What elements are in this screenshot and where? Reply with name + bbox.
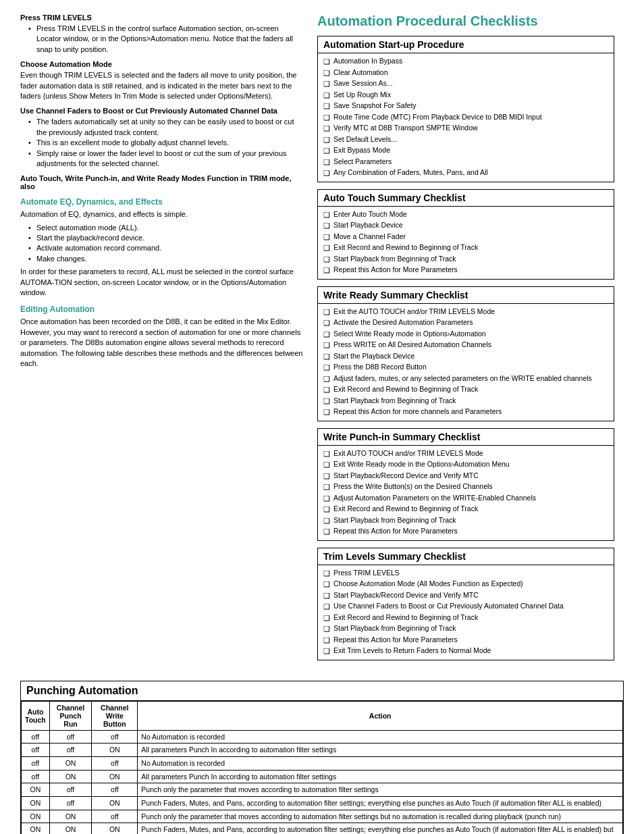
checklist-item: Repeat this Action for More Parameters [323, 526, 608, 538]
table-row: ONoffoffPunch only the parameter that mo… [22, 783, 623, 797]
table-cell-writeButton: ON [92, 823, 138, 834]
table-row: ONoffONPunch Faders, Mutes, and Pans, ac… [22, 796, 623, 810]
channel-bullet-list: The faders automatically set at unity so… [20, 117, 304, 169]
table-cell-autoTouch: ON [22, 783, 50, 797]
checklist-item: Choose Automation Mode (All Modes Functi… [323, 579, 608, 590]
trim-bullet-list: Press TRIM LEVELS in the control surface… [20, 24, 304, 55]
checklist-title-trimLevels: Trim Levels Summary Checklist [318, 548, 614, 565]
punching-table: AutoTouch ChannelPunch Run ChannelWrite … [21, 701, 623, 835]
checklist-item: Exit Write Ready mode in the Options›Aut… [323, 459, 608, 471]
list-item: The faders automatically set at unity so… [28, 117, 304, 138]
checklist-title-writeReady: Write Ready Summary Checklist [318, 287, 614, 304]
checklist-item: Verify MTC at D8B Transport SMPTE Window [323, 123, 608, 134]
checklist-item: Save Session As... [323, 78, 608, 90]
checklist-item: Repeat this Action for More Parameters [323, 635, 608, 646]
table-cell-punchRun: ON [49, 823, 92, 834]
checklist-item: Select Parameters [323, 157, 608, 168]
checklist-box-startup: Automation Start-up ProcedureAutomation … [317, 36, 614, 182]
checklist-items-writePunch: Exit AUTO TOUCH and/or TRIM LEVELS ModeE… [318, 446, 614, 540]
checklist-item: Select Write Ready mode in Options›Autom… [323, 329, 608, 340]
table-row: offONONAll parameters Punch In according… [22, 770, 623, 783]
table-cell-punchRun: off [49, 730, 92, 744]
table-cell-writeButton: off [92, 783, 138, 797]
table-cell-autoTouch: ON [22, 810, 50, 823]
checklist-title-writePunch: Write Punch-in Summary Checklist [318, 429, 614, 446]
table-cell-punchRun: off [49, 783, 92, 797]
body-choose-auto: Even though TRIM LEVELS is selected and … [20, 70, 304, 101]
checklists-container: Automation Start-up ProcedureAutomation … [317, 36, 614, 660]
checklist-box-trimLevels: Trim Levels Summary ChecklistPress TRIM … [317, 548, 614, 660]
checklist-item: Start Playback from Beginning of Track [323, 515, 608, 527]
col-header-write-button: ChannelWrite Button [92, 701, 138, 730]
checklist-item: Adjust Automation Parameters on the WRIT… [323, 493, 608, 504]
table-cell-punchRun: ON [49, 756, 92, 770]
list-item: Press TRIM LEVELS in the control surface… [28, 24, 304, 55]
checklist-item: Start Playback from Beginning of Track [323, 254, 608, 265]
table-cell-writeButton: off [92, 730, 138, 744]
heading-use-channel: Use Channel Faders to Boost or Cut Previ… [20, 107, 304, 115]
checklist-item: Exit Record and Rewind to Beginning of T… [323, 504, 608, 515]
checklist-item: Press TRIM LEVELS [323, 568, 608, 579]
checklist-item: Exit Record and Rewind to Beginning of T… [323, 384, 608, 396]
checklist-item: Repeat this Action for More Parameters [323, 265, 608, 276]
body-automate-eq: Automation of EQ, dynamics, and effects … [20, 209, 304, 219]
table-cell-punchRun: ON [49, 770, 92, 783]
table-row: ONONoffPunch only the parameter that mov… [22, 810, 623, 823]
table-cell-autoTouch: off [22, 770, 50, 783]
table-cell-writeButton: ON [92, 770, 138, 783]
body-eq-note: In order for these parameters to record,… [20, 267, 304, 298]
checklist-item: Press the Write Button(s) on the Desired… [323, 481, 608, 493]
punching-automation-section: Punching Automation AutoTouch ChannelPun… [20, 681, 624, 835]
table-row: offoffoffNo Automation is recorded [22, 730, 623, 744]
checklist-item: Press WRITE on All Desired Automation Ch… [323, 340, 608, 351]
checklist-box-autoTouch: Auto Touch Summary ChecklistEnter Auto T… [317, 189, 614, 280]
checklist-item: Route Time Code (MTC) From Playback Devi… [323, 112, 608, 124]
checklist-item: Exit AUTO TOUCH and/or TRIM LEVELS Mode [323, 448, 608, 460]
list-item: Activate automation record command. [28, 243, 304, 253]
list-item: Select automation mode (ALL). [28, 223, 304, 233]
checklist-item: Automation In Bypass [323, 56, 608, 68]
checklist-item: Set Default Levels... [323, 134, 608, 146]
checklist-item: Start Playback/Record Device and Verify … [323, 590, 608, 602]
heading-auto-touch: Auto Touch, Write Punch-in, and Write Re… [20, 174, 304, 190]
checklist-item: Start Playback/Record Device and Verify … [323, 471, 608, 482]
table-cell-action: Punch Faders, Mutes, and Pans, according… [138, 823, 623, 834]
table-cell-punchRun: off [49, 796, 92, 810]
table-cell-writeButton: off [92, 756, 138, 770]
table-cell-punchRun: off [49, 744, 92, 757]
checklist-item: Any Combination of Faders, Mutes, Pans, … [323, 167, 608, 179]
table-cell-writeButton: off [92, 810, 138, 823]
table-cell-action: Punch Faders, Mutes, and Pans, according… [138, 796, 623, 810]
heading-choose-auto: Choose Automation Mode [20, 60, 304, 68]
col-header-action: Action [138, 701, 623, 730]
checklist-item: Exit the AUTO TOUCH and/or TRIM LEVELS M… [323, 307, 608, 318]
checklist-item: Start the Playback Device [323, 351, 608, 363]
col-header-auto-touch: AutoTouch [22, 701, 50, 730]
table-cell-action: Punch only the parameter that moves acco… [138, 810, 623, 823]
checklist-box-writePunch: Write Punch-in Summary ChecklistExit AUT… [317, 428, 614, 541]
checklist-item: Press the D8B Record Button [323, 362, 608, 373]
body-editing: Once automation has been recorded on the… [20, 317, 304, 369]
list-item: Simply raise or lower the fader level to… [28, 149, 304, 170]
table-cell-writeButton: ON [92, 744, 138, 757]
checklist-item: Exit Bypass Mode [323, 145, 608, 157]
list-item: Make changes. [28, 254, 304, 264]
page-title: Automation Procedural Checklists [317, 14, 614, 29]
table-cell-autoTouch: off [22, 744, 50, 757]
table-cell-autoTouch: ON [22, 796, 50, 810]
checklist-box-writeReady: Write Ready Summary ChecklistExit the AU… [317, 286, 614, 421]
list-item: Start the playback/record device. [28, 233, 304, 243]
col-header-punch-run: ChannelPunch Run [49, 701, 92, 730]
checklist-items-autoTouch: Enter Auto Touch ModeStart Playback Devi… [318, 207, 614, 279]
checklist-item: Repeat this Action for more channels and… [323, 407, 608, 418]
table-cell-action: All parameters Punch In according to aut… [138, 770, 623, 783]
punching-table-body: offoffoffNo Automation is recordedoffoff… [22, 730, 623, 834]
table-cell-action: Punch only the parameter that moves acco… [138, 783, 623, 797]
checklist-items-trimLevels: Press TRIM LEVELSChoose Automation Mode … [318, 565, 614, 660]
table-cell-writeButton: ON [92, 796, 138, 810]
checklist-item: Start Playback from Beginning of Track [323, 396, 608, 407]
subheading-automate-eq: Automate EQ, Dynamics, and Effects [20, 197, 304, 207]
table-cell-punchRun: ON [49, 810, 92, 823]
eq-bullet-list: Select automation mode (ALL). Start the … [20, 223, 304, 265]
checklist-item: Exit Record and Rewind to Beginning of T… [323, 242, 608, 254]
